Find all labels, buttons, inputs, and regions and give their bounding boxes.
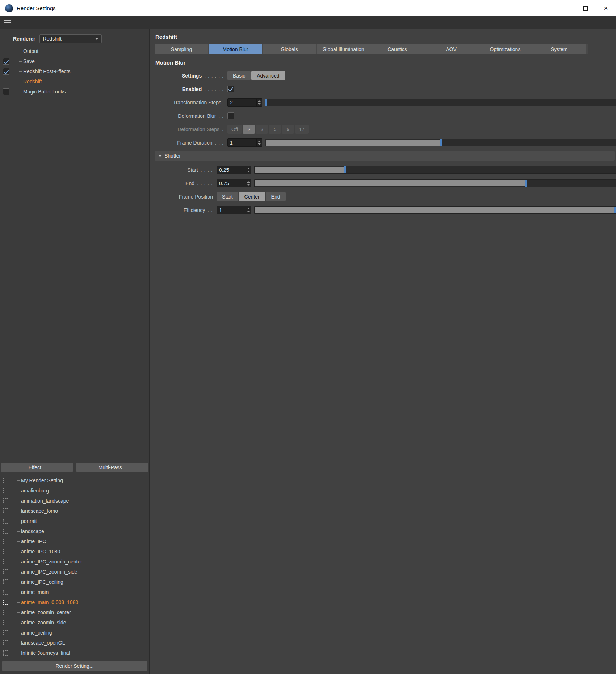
slider-fill [255,207,616,213]
preset-label: anime_IPC [21,538,46,544]
frame-position-start-button[interactable]: Start [217,192,238,201]
leader-dots: . . . . . . [204,86,224,92]
maximize-button[interactable] [575,0,596,16]
multi-pass-button[interactable]: Multi-Pass... [76,463,148,472]
sidebar-item-output[interactable]: Output [0,46,149,56]
preset-item[interactable]: portrait [0,516,149,526]
deformation-steps-9-button[interactable]: 9 [282,125,294,134]
renderer-select[interactable]: Redshift [39,34,102,43]
preset-item[interactable]: animation_landscape [0,496,149,506]
spinner-arrows[interactable] [256,139,262,146]
settings-mode-group: Basic Advanced [227,71,285,80]
spinner-arrows[interactable] [256,99,262,106]
effect-button[interactable]: Effect... [1,463,73,472]
sidebar-item-save[interactable]: Save [0,56,149,66]
minimize-button[interactable] [555,0,575,16]
transformation-steps-label: Transformation Steps [173,100,221,105]
efficiency-input[interactable] [217,206,246,214]
slider-handle[interactable] [614,207,616,213]
tab-caustics[interactable]: Caustics [370,44,424,54]
frame-position-end-button[interactable]: End [266,192,286,201]
close-icon: ✕ [604,5,608,12]
preset-item[interactable]: landscape [0,526,149,536]
spinner-arrows[interactable] [246,166,251,174]
render-region-icon [3,620,8,625]
collapse-triangle-icon [158,155,162,157]
preset-item[interactable]: anime_IPC_ceiling [0,577,149,587]
advanced-button[interactable]: Advanced [251,71,285,80]
tab-sampling[interactable]: Sampling [155,44,208,54]
preset-item[interactable]: amalienburg [0,486,149,496]
shutter-end-input[interactable] [217,179,246,187]
sidebar-item-redshift[interactable]: Redshift [0,76,149,87]
efficiency-slider[interactable] [254,206,616,214]
save-enable-checkbox[interactable] [3,58,9,65]
hamburger-menu-icon[interactable] [4,19,11,27]
preset-label: anime_IPC_zoomin_center [21,559,82,565]
maximize-icon [583,6,588,11]
deformation-blur-checkbox[interactable] [227,112,234,119]
sidebar-item-redshift-post-effects[interactable]: Redshift Post-Effects [0,66,149,76]
magic-bullet-looks-enable-checkbox[interactable] [3,88,9,95]
window-title: Render Settings [17,5,56,11]
render-setting-button[interactable]: Render Setting... [2,661,147,671]
preset-item[interactable]: anime_ceiling [0,628,149,638]
deformation-steps-2-button[interactable]: 2 [243,125,255,134]
slider-handle[interactable] [525,180,527,187]
deformation-steps-off-button[interactable]: Off [227,125,242,134]
tab-system[interactable]: System [532,44,586,54]
slider-handle[interactable] [344,166,346,173]
slider-handle[interactable] [440,139,442,146]
preset-item[interactable]: landscape_openGL [0,638,149,648]
preset-item[interactable]: anime_IPC_zoomin_side [0,567,149,577]
preset-label: landscape_lomo [21,508,58,514]
section-title: Motion Blur [155,59,616,66]
preset-item[interactable]: anime_IPC_1080 [0,546,149,557]
slider-fill [255,167,345,173]
render-region-icon [3,549,8,554]
leader-dots: . . [218,113,224,119]
leader-dots: . . [208,207,213,213]
tab-optimizations[interactable]: Optimizations [478,44,532,54]
render-region-icon [3,519,8,524]
tab-globals[interactable]: Globals [263,44,316,54]
deformation-steps-3-button[interactable]: 3 [256,125,268,134]
render-region-icon [3,640,8,645]
frame-duration-slider[interactable] [265,139,616,146]
shutter-start-input[interactable] [217,166,246,174]
spinner-arrows[interactable] [246,206,251,214]
preset-item[interactable]: anime_zoomin_center [0,607,149,617]
minimize-icon [563,8,568,8]
preset-item[interactable]: anime_IPC [0,536,149,546]
shutter-start-slider[interactable] [254,166,616,174]
preset-item[interactable]: My Render Setting [0,475,149,486]
preset-item[interactable]: anime_zoomin_side [0,617,149,628]
deformation-steps-5-button[interactable]: 5 [269,125,281,134]
tab-aov[interactable]: AOV [424,44,478,54]
frame-duration-input[interactable] [228,139,256,146]
close-button[interactable]: ✕ [596,0,616,16]
redshift-post-effects-enable-checkbox[interactable] [3,68,9,75]
preset-item[interactable]: anime_main [0,587,149,597]
basic-button[interactable]: Basic [227,71,251,80]
preset-item-active[interactable]: anime_main_0.003_1080 [0,597,149,607]
sidebar-item-magic-bullet-looks[interactable]: Magic Bullet Looks [0,87,149,97]
tab-motion-blur[interactable]: Motion Blur [209,44,262,54]
shutter-end-slider[interactable] [254,179,616,187]
tab-global-illumination[interactable]: Global Illumination [317,44,370,54]
render-region-icon [3,569,8,574]
shutter-group-header[interactable]: Shutter [155,151,615,161]
preset-item[interactable]: Infinite Journeys_final [0,648,149,658]
preset-item[interactable]: landscape_lomo [0,506,149,516]
transformation-steps-row: Transformation Steps [155,97,616,107]
preset-item[interactable]: anime_IPC_zoomin_center [0,557,149,567]
frame-position-center-button[interactable]: Center [239,192,265,201]
slider-handle[interactable] [265,99,267,106]
main-panel: Redshift Sampling Motion Blur Globals Gl… [150,29,616,674]
frame-position-label: Frame Position [179,194,213,200]
transformation-steps-slider[interactable] [265,99,616,106]
spinner-arrows[interactable] [246,179,251,187]
deformation-steps-17-button[interactable]: 17 [295,125,309,134]
transformation-steps-input[interactable] [228,99,256,106]
enabled-checkbox[interactable] [227,86,234,92]
